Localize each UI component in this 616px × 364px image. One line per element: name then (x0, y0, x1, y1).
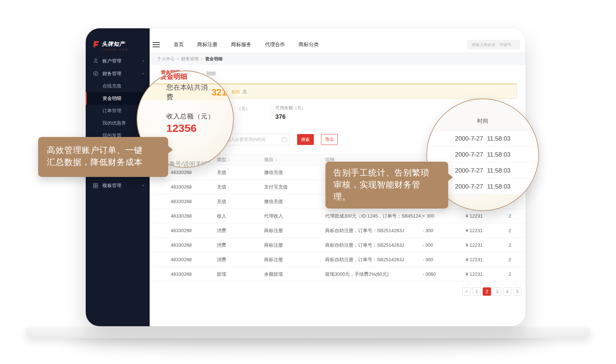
magnified-time-value: 2000-7-27 11:58:03 (427, 147, 538, 163)
callout-left-line: 汇总数据，降低财务成本 (47, 156, 159, 168)
cell-balance: ¥ 12231 (466, 242, 508, 248)
nav-item-home[interactable]: 首页 (174, 41, 184, 48)
header-project[interactable]: 项目∨ (264, 157, 325, 163)
pagination-page-1[interactable]: 1 (473, 287, 481, 296)
sidebar-item-finance[interactable]: 财务管理 ∧ (86, 67, 150, 80)
cell-type: 消费 (217, 242, 264, 248)
nav-item-trademark-register[interactable]: 商标注册 (197, 41, 218, 48)
callout-right-line: 告别手工统计、告别繁琐 (333, 167, 440, 179)
table-row[interactable]: 48330268 消费 商标注册 商标自助注册，订单号：SB2514263J -… (150, 238, 526, 252)
cell-description: 商标自助注册，订单号：SB2514263J (325, 227, 422, 234)
nav-item-trademark-services[interactable]: 商标服务 (231, 41, 251, 48)
banner-amount-fragment: 820 元 (232, 89, 247, 95)
cell-type: 消费 (217, 227, 264, 234)
breadcrumb: 个人中心 > 财务管理 > 资金明细 (150, 53, 526, 65)
cell-amount: - 3060 (422, 271, 466, 277)
cell-order-no: 48330268 (150, 271, 217, 277)
stat-middle-label-fragment: （元） (237, 106, 250, 112)
nav-item-agent-cooperation[interactable]: 代理合作 (265, 41, 285, 48)
sidebar-item-online-recharge[interactable]: 在线充值 (86, 80, 150, 92)
cell-project: 商标注册 (264, 256, 325, 263)
sidebar-item-label: 财务管理 (102, 70, 121, 77)
magnified-time-value: 2000-7-27 11:58:03 (427, 131, 538, 147)
sidebar-item-label: 账户管理 (102, 58, 121, 64)
cell-description: 商标自助注册，订单号：SB2514263J (325, 256, 422, 263)
cell-time: 2 (508, 257, 526, 262)
breadcrumb-section[interactable]: 财务管理 (181, 56, 199, 62)
pagination-page-3[interactable]: 3 (493, 287, 501, 296)
pagination-page-2-active[interactable]: 2 (483, 287, 491, 296)
callout-right: 告别手工统计、告别繁琐 审核，实现智能财务管 理。 (325, 162, 448, 209)
hamburger-icon[interactable] (153, 42, 160, 47)
banner-unit: 元 (242, 89, 247, 94)
cell-project: 代理收入 (264, 213, 325, 219)
search-button[interactable]: 搜索 (297, 134, 314, 145)
cell-balance: ¥ 12231 (466, 257, 508, 262)
cell-time: 2 (508, 228, 526, 233)
brand-logo: 头牌知产 TOUPAI.COM (93, 41, 129, 51)
top-navigation: 首页 商标注册 商标服务 代理合作 商标分类 (150, 37, 526, 53)
sidebar: 头牌知产 TOUPAI.COM 账户管理 ∨ (86, 28, 150, 326)
pagination-prev[interactable]: < (462, 287, 471, 296)
magnified-consumption-banner: 您在本站共消费 32124 (137, 84, 234, 100)
cell-time: 2 (508, 271, 526, 277)
cell-amount: - 300 (422, 257, 466, 262)
sidebar-item-account[interactable]: 账户管理 ∨ (86, 54, 150, 67)
cell-description: 代理提成300元（ID:1245，订单号：SB45124） (325, 213, 422, 219)
pagination: < 1 2 3 4 5 (462, 287, 522, 296)
cell-type: 充值 (217, 198, 264, 205)
breadcrumb-home[interactable]: 个人中心 (157, 56, 175, 62)
magnified-banner-prefix: 您在本站共消费 (166, 83, 208, 102)
table-row[interactable]: 48330268 消费 商标注册 商标自助注册，订单号：SB2514263J -… (150, 252, 526, 267)
search-input[interactable] (467, 40, 520, 49)
sidebar-item-templates[interactable]: 模板管理 ∨ (86, 179, 150, 192)
cell-order-no: 48330268 (150, 199, 217, 204)
cell-project: 支付宝充值 (264, 184, 325, 190)
pagination-page-4[interactable]: 4 (503, 287, 511, 296)
calendar-icon[interactable] (282, 137, 287, 142)
table-row[interactable]: 48330268 提现 余额提现 提现3000元，手续费2%(60元) - 30… (150, 267, 526, 282)
laptop-base (25, 327, 591, 338)
sort-caret-icon: ∨ (275, 159, 277, 162)
cell-project: 余额提现 (264, 271, 325, 278)
cell-amount: + 300 (422, 213, 466, 219)
cell-project: 商标注册 (264, 227, 325, 234)
cell-type: 充值 (217, 184, 264, 190)
finance-icon (93, 71, 99, 76)
cell-order-no: 48330268 (150, 257, 217, 262)
table-row[interactable]: 48330268 收入 代理收入 代理提成300元（ID:1245，订单号：SB… (150, 209, 526, 223)
cell-balance: ¥ 12231 (466, 228, 508, 233)
cell-order-no: 48330268 (150, 213, 217, 219)
nav-items: 首页 商标注册 商标服务 代理合作 商标分类 (174, 41, 319, 48)
header-type[interactable]: 类型∨ (217, 157, 264, 163)
callout-left: 高效管理账户订单、一键 汇总数据，降低财务成本 (38, 137, 168, 177)
cell-time: 2 (508, 242, 526, 248)
cell-type: 收入 (217, 213, 264, 219)
template-icon (93, 183, 99, 188)
sidebar-item-label: 模板管理 (102, 182, 121, 189)
breadcrumb-current: 资金明细 (205, 56, 223, 62)
balance-value: 376 (275, 113, 285, 121)
date-query-input[interactable] (222, 134, 289, 145)
pagination-page-5[interactable]: 5 (513, 287, 522, 296)
export-button[interactable]: 导出 (321, 134, 338, 145)
user-icon (93, 58, 99, 64)
table-row[interactable]: 48330268 消费 商标注册 商标自助注册，订单号：SB2514263J -… (150, 223, 526, 238)
cell-type: 消费 (217, 256, 264, 263)
cell-order-no: 48330268 (150, 242, 217, 248)
cell-description: 商标自助注册，订单号：SB2514263J (325, 242, 422, 248)
cell-amount: - 300 (422, 242, 466, 248)
banner-small-number: 820 (232, 89, 240, 94)
chevron-down-icon: ∨ (142, 59, 145, 62)
page: 头牌知产 TOUPAI.COM 账户管理 ∨ (0, 0, 616, 364)
cell-amount: - 300 (422, 228, 466, 233)
stat-divider (271, 103, 271, 120)
breadcrumb-separator: > (201, 57, 203, 61)
cell-order-no: 48330268 (150, 184, 217, 190)
cell-project: 微信充值 (264, 198, 325, 205)
nav-item-trademark-category[interactable]: 商标分类 (299, 41, 319, 48)
cell-type: 提现 (217, 271, 264, 278)
brand-tagline: TOUPAI.COM (102, 48, 129, 51)
callout-right-line: 理。 (333, 191, 440, 203)
callout-left-line: 高效管理账户订单、一键 (47, 144, 159, 156)
